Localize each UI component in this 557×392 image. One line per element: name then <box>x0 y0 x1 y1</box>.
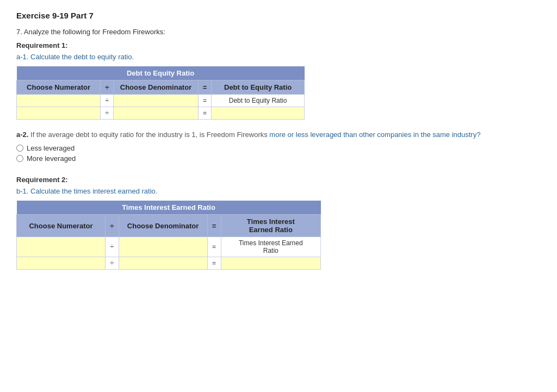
less-leveraged-option[interactable]: Less leveraged <box>16 144 541 152</box>
req1-sub-suffix: . <box>132 53 134 61</box>
table2-result2[interactable] <box>221 257 320 270</box>
table2-result-field2[interactable] <box>225 259 317 267</box>
table2-col-numerator: Choose Numerator <box>17 215 106 237</box>
table1-numerator-field1[interactable] <box>20 97 97 104</box>
table2-result1-line2: Ratio <box>263 247 278 254</box>
table1-denominator-input2[interactable] <box>114 107 198 120</box>
table2-eq-op1: = <box>207 237 221 257</box>
table1-result1: Debt to Equity Ratio <box>212 95 305 107</box>
debt-equity-table: Debt to Equity Ratio Choose Numerator ÷ … <box>16 66 305 120</box>
table2-div-op2: ÷ <box>105 257 119 270</box>
table2-header: Times Interest Earned Ratio <box>17 201 321 215</box>
table1-div-op1: ÷ <box>101 95 114 107</box>
table1-result-field2[interactable] <box>215 109 301 117</box>
table1-col-header-row: Choose Numerator ÷ Choose Denominator = … <box>17 80 305 95</box>
more-leveraged-option[interactable]: More leveraged <box>16 154 541 163</box>
table1-numerator-field2[interactable] <box>20 109 97 117</box>
table2-result1-line1: Times Interest Earned <box>239 239 303 247</box>
table2-data-row1: ÷ = Times Interest Earned Ratio <box>17 237 321 257</box>
table2-numerator-input2[interactable] <box>17 257 106 270</box>
table1-numerator-input1[interactable] <box>17 95 101 107</box>
table1-eq-op1: = <box>198 95 212 107</box>
times-interest-table: Times Interest Earned Ratio Choose Numer… <box>16 201 321 270</box>
table2-col-result: Times Interest Earned Ratio <box>221 215 320 237</box>
table1-header: Debt to Equity Ratio <box>17 66 305 80</box>
table2-header-row: Times Interest Earned Ratio <box>17 201 321 215</box>
exercise-title: Exercise 9-19 Part 7 <box>16 11 541 20</box>
a2-text: If the average debt to equity ratio for … <box>30 130 269 139</box>
table2-col-result-line2: Earned Ratio <box>249 226 293 234</box>
less-leveraged-label: Less leveraged <box>27 144 75 152</box>
table2-denominator-input2[interactable] <box>119 257 207 270</box>
table2-eq-op2: = <box>207 257 221 270</box>
more-leveraged-radio[interactable] <box>16 155 23 162</box>
table1-eq-op2: = <box>198 107 212 120</box>
table1-div-op-header: ÷ <box>101 80 114 95</box>
req2-sub-prefix: b-1. Calculate the <box>16 187 74 195</box>
req1-sub-prefix: a-1. Calculate the <box>16 53 74 61</box>
table1-numerator-input2[interactable] <box>17 107 101 120</box>
table2-numerator-field1[interactable] <box>20 243 102 251</box>
table2-col-denominator: Choose Denominator <box>119 215 207 237</box>
debt-equity-table-wrapper: Debt to Equity Ratio Choose Numerator ÷ … <box>16 66 305 120</box>
table2-eq-op-header: = <box>207 215 221 237</box>
table2-result1: Times Interest Earned Ratio <box>221 237 320 257</box>
table1-col-numerator: Choose Numerator <box>17 80 101 95</box>
less-leveraged-radio[interactable] <box>16 145 23 152</box>
table1-data-row1: ÷ = Debt to Equity Ratio <box>17 95 305 107</box>
table2-div-op1: ÷ <box>105 237 119 257</box>
a2-blue-text: more or less leveraged than other compan… <box>269 130 480 139</box>
a2-question: a-2. If the average debt to equity ratio… <box>16 130 541 139</box>
table2-div-op-header: ÷ <box>105 215 119 237</box>
req2-label: Requirement 2: <box>16 176 541 184</box>
table1-denominator-field2[interactable] <box>117 109 194 117</box>
req1-label: Requirement 1: <box>16 41 541 49</box>
table2-data-row2: ÷ = <box>17 257 321 270</box>
more-leveraged-label: More leveraged <box>27 154 76 163</box>
a2-section: a-2. If the average debt to equity ratio… <box>16 130 541 163</box>
table2-denominator-field1[interactable] <box>122 243 204 251</box>
times-interest-table-wrapper: Times Interest Earned Ratio Choose Numer… <box>16 201 321 270</box>
table1-col-result: Debt to Equity Ratio <box>212 80 305 95</box>
intro-text: 7. Analyze the following for Freedom Fir… <box>16 28 541 36</box>
a2-bold-label: a-2. <box>16 130 28 139</box>
table1-denominator-field1[interactable] <box>117 97 194 104</box>
table1-header-row: Debt to Equity Ratio <box>17 66 305 80</box>
table1-div-op2: ÷ <box>101 107 114 120</box>
req1-sub: a-1. Calculate the debt to equity ratio. <box>16 53 541 61</box>
table2-numerator-input1[interactable] <box>17 237 106 257</box>
table2-denominator-input1[interactable] <box>119 237 207 257</box>
req2-sub-blue: times interest earned ratio <box>74 187 156 195</box>
table2-denominator-field2[interactable] <box>122 259 204 267</box>
table1-data-row2: ÷ = <box>17 107 305 120</box>
table1-eq-op-header: = <box>198 80 212 95</box>
req2-sub-suffix: . <box>156 187 158 195</box>
table2-numerator-field2[interactable] <box>20 259 102 267</box>
table2-col-header-row: Choose Numerator ÷ Choose Denominator = … <box>17 215 321 237</box>
req1-sub-blue: debt to equity ratio <box>74 53 132 61</box>
req2-sub: b-1. Calculate the times interest earned… <box>16 187 541 195</box>
req2-section: Requirement 2: b-1. Calculate the times … <box>16 176 541 195</box>
table1-result2[interactable] <box>212 107 305 120</box>
table1-col-denominator: Choose Denominator <box>114 80 198 95</box>
table1-denominator-input1[interactable] <box>114 95 198 107</box>
table2-col-result-line1: Times Interest <box>247 217 295 226</box>
